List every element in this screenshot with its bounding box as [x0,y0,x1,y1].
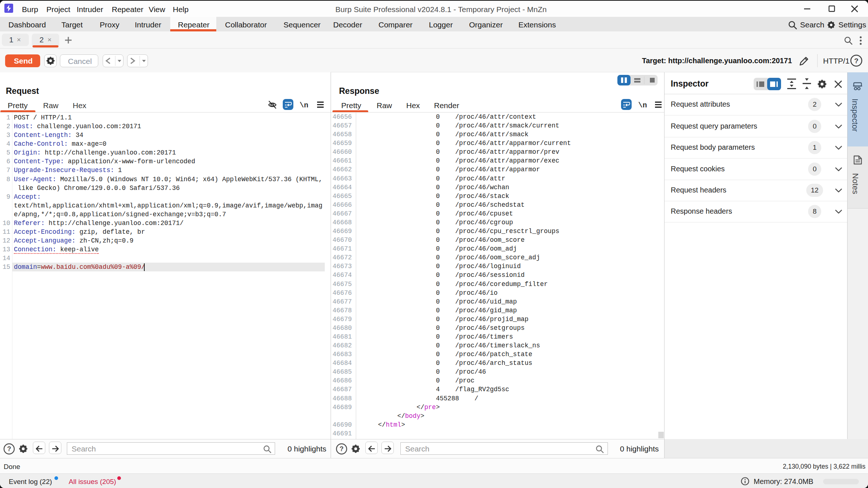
svg-text:?: ? [340,445,344,453]
svg-text:?: ? [854,57,859,65]
svg-text:?: ? [7,445,11,453]
